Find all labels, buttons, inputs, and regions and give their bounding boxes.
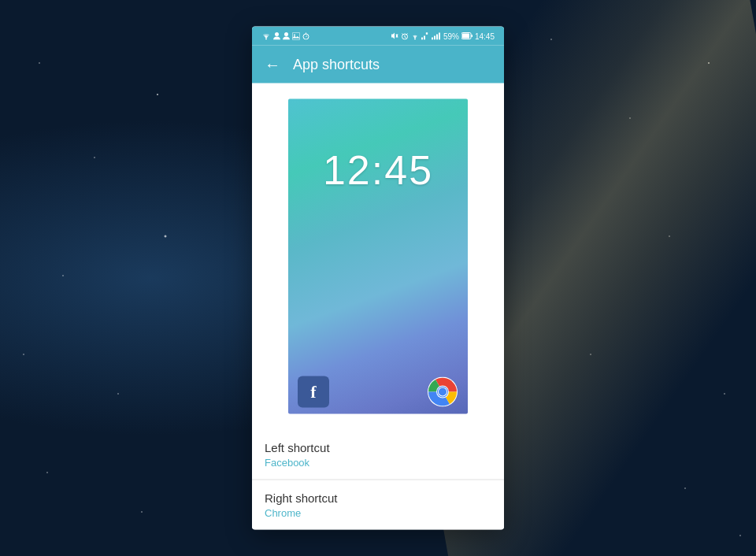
status-time: 14:45 (475, 32, 495, 40)
svg-rect-3 (292, 32, 300, 39)
image-icon (292, 32, 300, 39)
lockscreen-shortcuts: f (288, 370, 468, 414)
alarm-icon (401, 32, 409, 40)
right-shortcut-value: Chrome (265, 507, 491, 519)
wifi-icon (261, 32, 271, 40)
status-left-icons (261, 32, 309, 40)
svg-rect-17 (434, 36, 435, 40)
svg-point-4 (294, 34, 295, 35)
battery-percent: 59% (443, 32, 459, 40)
signal-icon (421, 32, 429, 40)
left-shortcut-value: Facebook (265, 457, 491, 469)
lockscreen-preview: 12:45 f (288, 99, 468, 414)
settings-list: Left shortcut Facebook Right shortcut Ch… (252, 430, 504, 530)
svg-point-28 (439, 388, 447, 396)
svg-rect-12 (421, 38, 423, 40)
status-right-icons: 59% 14:45 (391, 32, 495, 40)
app-bar: ← App shortcuts (252, 46, 504, 83)
svg-point-0 (265, 39, 267, 40)
wifi2-icon (411, 32, 419, 40)
svg-rect-22 (462, 34, 469, 39)
svg-point-2 (284, 32, 288, 36)
svg-rect-19 (439, 33, 440, 40)
chrome-shortcut-icon (427, 376, 458, 408)
svg-rect-13 (424, 36, 425, 40)
svg-point-1 (275, 32, 279, 36)
lockscreen-time: 12:45 (288, 146, 468, 194)
status-bar: 59% 14:45 (252, 27, 504, 46)
right-shortcut-item[interactable]: Right shortcut Chrome (252, 480, 504, 530)
app-bar-title: App shortcuts (293, 56, 380, 72)
svg-rect-16 (432, 38, 433, 40)
back-button[interactable]: ← (265, 55, 280, 73)
svg-point-11 (414, 39, 416, 40)
svg-rect-18 (436, 35, 438, 40)
battery-icon (461, 32, 472, 40)
facebook-shortcut-icon: f (298, 376, 329, 408)
svg-rect-21 (471, 35, 472, 37)
left-shortcut-item[interactable]: Left shortcut Facebook (252, 430, 504, 480)
signal-bars-icon (432, 32, 441, 40)
right-shortcut-label: Right shortcut (265, 491, 491, 505)
timer-icon (302, 32, 309, 40)
person-icon (273, 32, 280, 40)
left-shortcut-label: Left shortcut (265, 441, 491, 454)
svg-line-7 (306, 36, 308, 37)
mute-icon (391, 32, 398, 40)
phone-card: 59% 14:45 ← App shortcuts 12:45 f (252, 27, 504, 530)
person2-icon (283, 32, 290, 40)
